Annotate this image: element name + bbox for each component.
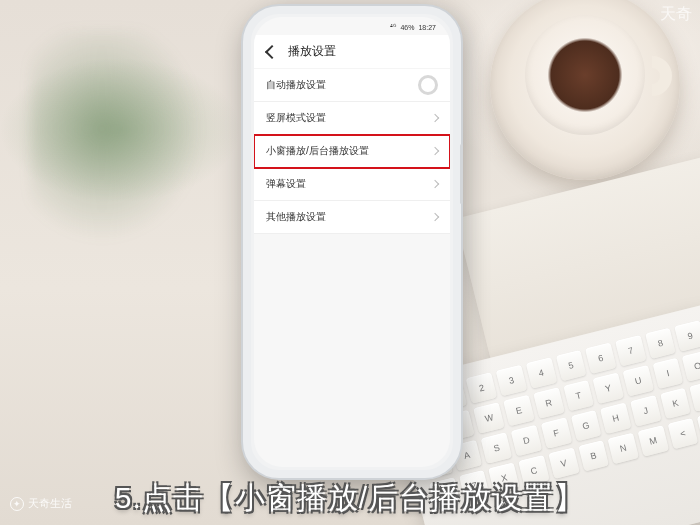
title-bar: 播放设置 [254, 35, 450, 69]
status-bar: . ⁴ᴳ 46% 18:27 [254, 17, 450, 35]
keyboard-key: U [622, 365, 653, 396]
keyboard-key: 9 [675, 320, 700, 351]
page-title: 播放设置 [288, 43, 336, 60]
keyboard-key: I [652, 358, 683, 389]
settings-list: 自动播放设置竖屏模式设置小窗播放/后台播放设置弹幕设置其他播放设置 [254, 69, 450, 234]
settings-row-label: 竖屏模式设置 [266, 111, 326, 125]
settings-row-1[interactable]: 竖屏模式设置 [254, 102, 450, 135]
settings-row-4[interactable]: 其他播放设置 [254, 201, 450, 234]
watermark-icon: ✦ [10, 497, 24, 511]
keyboard-key: 6 [585, 342, 616, 373]
keyboard-key: O [682, 350, 700, 381]
settings-row-label: 其他播放设置 [266, 210, 326, 224]
settings-row-label: 自动播放设置 [266, 78, 326, 92]
phone-screen: . ⁴ᴳ 46% 18:27 播放设置 自动播放设置竖屏模式设置小窗播放/后台播… [254, 17, 450, 467]
status-time: 18:27 [418, 24, 436, 31]
loading-ring-icon [418, 75, 438, 95]
phone-frame: . ⁴ᴳ 46% 18:27 播放设置 自动播放设置竖屏模式设置小窗播放/后台播… [243, 6, 461, 478]
keyboard-key: 5 [555, 350, 586, 381]
chevron-right-icon [431, 180, 439, 188]
settings-row-label: 小窗播放/后台播放设置 [266, 144, 369, 158]
keyboard-key: 3 [496, 365, 527, 396]
keyboard-key: H [600, 403, 631, 434]
keyboard-key: E [503, 395, 534, 426]
keyboard-key: R [533, 387, 564, 418]
settings-row-0[interactable]: 自动播放设置 [254, 69, 450, 102]
keyboard-key: N [608, 433, 639, 464]
watermark-bottom: ✦ 天奇生活 [10, 496, 72, 511]
chevron-right-icon [431, 114, 439, 122]
keyboard-key: Y [593, 373, 624, 404]
settings-row-2[interactable]: 小窗播放/后台播放设置 [254, 135, 450, 168]
settings-row-label: 弹幕设置 [266, 177, 306, 191]
chevron-right-icon [431, 147, 439, 155]
keyboard-key: J [630, 395, 661, 426]
keyboard-key: 4 [526, 357, 557, 388]
keyboard-key: 2 [466, 372, 497, 403]
keyboard-key: W [474, 402, 505, 433]
keyboard-key: S [481, 432, 512, 463]
keyboard-key: D [511, 425, 542, 456]
keyboard-key: K [660, 388, 691, 419]
keyboard-key: 7 [615, 335, 646, 366]
plant-decor [30, 30, 210, 250]
watermark-top: 天奇 [660, 4, 692, 25]
keyboard-key: F [541, 417, 572, 448]
keyboard-key: < [667, 418, 698, 449]
coffee-cup-decor [525, 15, 645, 135]
keyboard-key: L [690, 380, 700, 411]
keyboard-key: B [578, 440, 609, 471]
status-network: ⁴ᴳ [390, 23, 396, 31]
keyboard-key: V [548, 448, 579, 479]
back-icon[interactable] [264, 45, 278, 59]
keyboard-key: 8 [645, 328, 676, 359]
status-battery: 46% [400, 24, 414, 31]
settings-row-3[interactable]: 弹幕设置 [254, 168, 450, 201]
keyboard-key: T [563, 380, 594, 411]
keyboard-key: G [570, 410, 601, 441]
instruction-caption: 5.点击【小窗播放/后台播放设置】 [0, 478, 700, 519]
watermark-text: 天奇生活 [28, 496, 72, 511]
chevron-right-icon [431, 213, 439, 221]
keyboard-key: M [637, 425, 668, 456]
